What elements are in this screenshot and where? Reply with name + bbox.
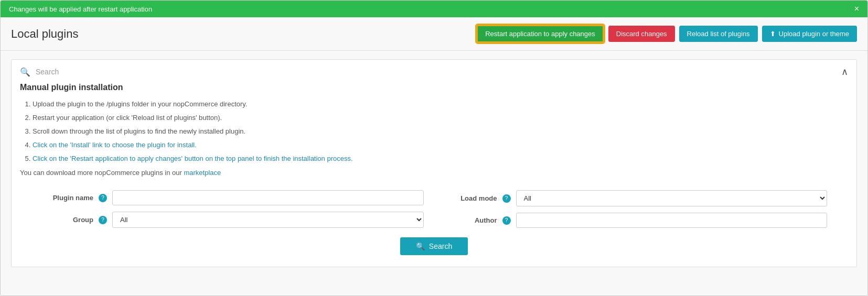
author-help-icon[interactable]: ?	[502, 216, 511, 225]
reload-plugins-button[interactable]: Reload list of plugins	[679, 26, 758, 42]
filter-right-col: Load mode ? All Author ?	[445, 190, 828, 228]
plugin-name-label: Plugin name	[41, 194, 93, 202]
group-help-icon[interactable]: ?	[99, 216, 107, 224]
discard-changes-button[interactable]: Discard changes	[608, 26, 675, 42]
search-button-label: Search	[429, 242, 452, 250]
load-mode-row: Load mode ? All	[445, 190, 828, 206]
plugin-name-help-icon[interactable]: ?	[99, 194, 107, 202]
notification-text: Changes will be applied after restart ap…	[9, 5, 152, 13]
plugin-name-input[interactable]	[112, 190, 424, 205]
author-input[interactable]	[516, 213, 828, 228]
group-select[interactable]: All	[112, 212, 424, 228]
load-mode-label: Load mode	[445, 194, 497, 202]
page-title: Local plugins	[11, 27, 78, 41]
search-icon: 🔍	[20, 67, 30, 77]
list-item: Restart your application (or click 'Relo…	[33, 111, 848, 125]
author-label: Author	[445, 216, 497, 224]
group-label: Group	[41, 216, 93, 224]
plugin-name-row: Plugin name ?	[41, 190, 424, 205]
upload-icon: ⬆	[770, 30, 776, 38]
manual-install-section: Manual plugin installation Upload the pl…	[20, 78, 848, 182]
group-row: Group ? All	[41, 212, 424, 228]
main-content: 🔍 Search ∧ Manual plugin installation Up…	[1, 51, 867, 295]
manual-install-steps: Upload the plugin to the /plugins folder…	[33, 97, 848, 166]
marketplace-row: You can download more nopCommerce plugin…	[20, 169, 848, 177]
manual-install-title: Manual plugin installation	[20, 83, 848, 92]
filter-section: Plugin name ? Group ? All Lo	[20, 190, 848, 228]
search-button[interactable]: 🔍 Search	[400, 237, 468, 255]
header-buttons: Restart application to apply changes Dis…	[476, 25, 857, 43]
restart-button[interactable]: Restart application to apply changes	[476, 25, 604, 43]
search-bar-row: 🔍 Search ∧	[20, 66, 848, 78]
search-input-wrapper: 🔍 Search	[20, 67, 841, 77]
load-mode-help-icon[interactable]: ?	[502, 194, 511, 203]
notification-close-button[interactable]: ×	[854, 5, 859, 13]
main-window: Changes will be applied after restart ap…	[0, 0, 868, 296]
load-mode-select[interactable]: All	[516, 190, 828, 206]
marketplace-link[interactable]: marketplace	[184, 169, 221, 177]
filter-left-col: Plugin name ? Group ? All	[41, 190, 424, 228]
notification-bar: Changes will be applied after restart ap…	[1, 1, 867, 17]
list-item: Scroll down through the list of plugins …	[33, 125, 848, 138]
search-button-row: 🔍 Search	[20, 237, 848, 260]
search-button-icon: 🔍	[416, 242, 425, 250]
upload-plugin-button[interactable]: ⬆ Upload plugin or theme	[762, 26, 857, 42]
search-section: 🔍 Search ∧ Manual plugin installation Up…	[11, 59, 857, 267]
search-placeholder-text: Search	[36, 68, 59, 76]
author-row: Author ?	[445, 213, 828, 228]
list-item: Upload the plugin to the /plugins folder…	[33, 97, 848, 111]
header-area: Local plugins Restart application to app…	[1, 17, 867, 51]
list-item: Click on the 'Install' link to choose th…	[33, 138, 848, 152]
list-item: Click on the 'Restart application to app…	[33, 152, 848, 166]
collapse-chevron-icon[interactable]: ∧	[841, 66, 848, 78]
